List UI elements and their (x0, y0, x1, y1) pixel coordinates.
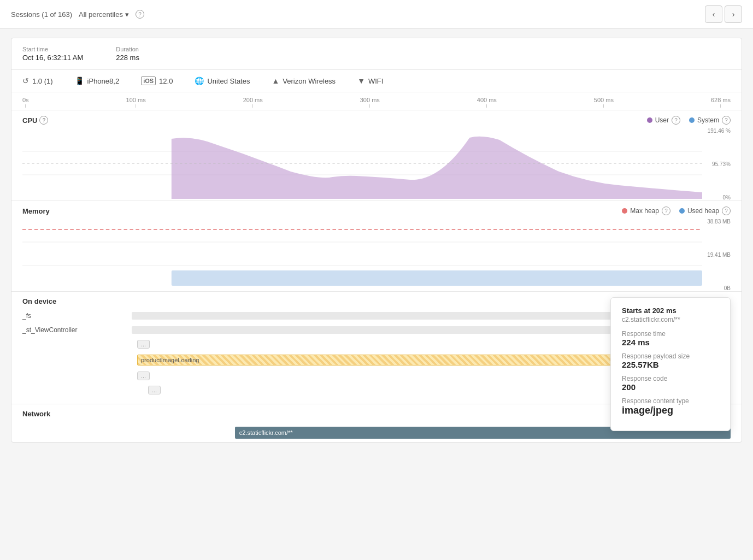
device-item: 📱 iPhone8,2 (75, 76, 120, 85)
duration-value: 228 ms (116, 54, 139, 62)
tick-line-3 (369, 104, 370, 108)
svg-rect-6 (172, 270, 702, 286)
cpu-legend: User ? System ? (647, 116, 731, 125)
wifi-icon: ▼ (357, 76, 365, 85)
network-item: ▼ WIFI (357, 76, 383, 85)
signal-icon: ▲ (272, 76, 279, 85)
tick-line-2 (252, 104, 253, 108)
memory-chart-title: Memory (22, 207, 50, 215)
session-info: Start time Oct 16, 6:32:11 AM Duration 2… (11, 38, 742, 70)
tooltip-value-2: 200 (622, 382, 719, 392)
timeline-ruler: 0s 100 ms 200 ms 300 ms 400 ms 500 ms (11, 92, 742, 110)
cpu-chart-title: CPU ? (22, 116, 48, 125)
nav-buttons: ‹ › (705, 5, 742, 23)
memory-chart-container: 38.83 MB 19.41 MB 0B (22, 219, 731, 291)
memory-chart-header: Memory Max heap ? Used heap ? (22, 201, 731, 219)
percentile-dropdown[interactable]: All percentiles ▾ (79, 10, 129, 19)
top-bar-left: Sessions (1 of 163) All percentiles ▾ ? (11, 10, 144, 19)
user-label: User (655, 116, 669, 124)
cpu-chart-container: 191.46 % 95.73% 0% (22, 128, 731, 201)
trace-label-fs: _fs (22, 312, 132, 320)
top-bar: Sessions (1 of 163) All percentiles ▾ ? … (0, 0, 753, 29)
main-card: Start time Oct 16, 6:32:11 AM Duration 2… (11, 38, 742, 443)
ruler-tick-2: 200 ms (243, 97, 263, 108)
ruler-labels: 0s 100 ms 200 ms 300 ms 400 ms 500 ms (22, 97, 731, 110)
country-value: United States (207, 77, 250, 85)
tooltip-label-1: Response payload size (622, 352, 719, 360)
memory-y-top: 38.83 MB (707, 219, 731, 225)
nav-prev-button[interactable]: ‹ (705, 5, 722, 23)
maxheap-label: Max heap (630, 207, 659, 215)
tooltip-subtitle: c2.staticflickr.com/** (622, 316, 719, 323)
usedheap-help-icon[interactable]: ? (722, 207, 731, 215)
product-image-loading-bar: productImageLoading (137, 355, 621, 366)
cpu-y-axis: 191.46 % 95.73% 0% (702, 128, 731, 201)
memory-chart-svg (22, 219, 702, 290)
version-item: ↺ 1.0 (1) (22, 76, 53, 85)
system-dot (689, 117, 695, 123)
tooltip-row-3: Response content type image/jpeg (622, 397, 719, 416)
user-dot (647, 117, 652, 123)
phone-icon: 📱 (75, 76, 84, 85)
memory-chart-section: Memory Max heap ? Used heap ? (11, 201, 742, 292)
tooltip-label-0: Response time (622, 330, 719, 338)
tooltip-row-2: Response code 200 (622, 375, 719, 392)
start-time-value: Oct 16, 6:32:11 AM (22, 54, 83, 62)
tooltip-value-0: 224 ms (622, 338, 719, 347)
trace-dots-2[interactable]: ... (137, 370, 150, 381)
legend-usedheap: Used heap ? (679, 207, 731, 215)
os-item: iOS 12.0 (141, 76, 173, 85)
tick-line-0 (25, 104, 26, 108)
os-value: 12.0 (159, 77, 173, 85)
duration-label: Duration (116, 46, 139, 52)
duration-group: Duration 228 ms (116, 46, 139, 62)
legend-system: System ? (689, 116, 731, 125)
maxheap-help-icon[interactable]: ? (662, 207, 670, 215)
tooltip-value-3: image/jpeg (622, 405, 719, 416)
cpu-y-mid: 95.73% (707, 161, 731, 167)
memory-y-bot: 0B (707, 285, 731, 291)
tooltip-label-2: Response code (622, 375, 719, 382)
tooltip-title: Starts at 202 ms (622, 306, 719, 315)
device-bar: ↺ 1.0 (1) 📱 iPhone8,2 iOS 12.0 🌐 United … (11, 70, 742, 92)
system-help-icon[interactable]: ? (722, 116, 731, 125)
cpu-chart-section: CPU ? User ? System ? (11, 110, 742, 201)
usedheap-label: Used heap (687, 207, 719, 215)
legend-user: User ? (647, 116, 680, 125)
cpu-y-bot: 0% (707, 194, 731, 201)
tooltip-row-0: Response time 224 ms (622, 330, 719, 347)
on-device-section: On device _fs _st_ViewController ... (11, 292, 742, 404)
ruler-tick-5: 500 ms (594, 97, 614, 108)
usedheap-dot (679, 208, 685, 214)
cpu-y-top: 191.46 % (707, 128, 731, 134)
tooltip-row-1: Response payload size 225.57KB (622, 352, 719, 369)
globe-icon: 🌐 (195, 76, 204, 85)
memory-y-mid: 19.41 MB (707, 252, 731, 258)
cpu-help-icon[interactable]: ? (39, 116, 48, 125)
system-label: System (697, 116, 719, 124)
legend-maxheap: Max heap ? (622, 207, 670, 215)
memory-y-axis: 38.83 MB 19.41 MB 0B (702, 219, 731, 291)
dropdown-chevron-icon: ▾ (125, 10, 129, 19)
tick-line-1 (136, 104, 136, 108)
start-time-label: Start time (22, 46, 83, 52)
cpu-chart-content (22, 128, 702, 201)
trace-dots-1[interactable]: ... (137, 339, 150, 350)
user-help-icon[interactable]: ? (672, 116, 680, 125)
ruler-tick-0: 0s (22, 97, 29, 108)
help-icon[interactable]: ? (136, 10, 144, 19)
country-item: 🌐 United States (195, 76, 250, 85)
device-value: iPhone8,2 (87, 77, 120, 85)
ruler-tick-4: 400 ms (477, 97, 497, 108)
version-value: 1.0 (1) (32, 77, 53, 85)
tooltip-value-1: 225.57KB (622, 360, 719, 369)
carrier-item: ▲ Verizon Wireless (272, 76, 336, 85)
memory-legend: Max heap ? Used heap ? (622, 207, 731, 215)
ruler-tick-6: 628 ms (711, 97, 731, 108)
trace-dots-3[interactable]: ... (148, 385, 161, 396)
version-icon: ↺ (22, 76, 29, 85)
tooltip-card: Starts at 202 ms c2.staticflickr.com/** … (610, 297, 731, 431)
tick-line-6 (720, 104, 721, 108)
nav-next-button[interactable]: › (725, 5, 742, 23)
tooltip-label-3: Response content type (622, 397, 719, 405)
